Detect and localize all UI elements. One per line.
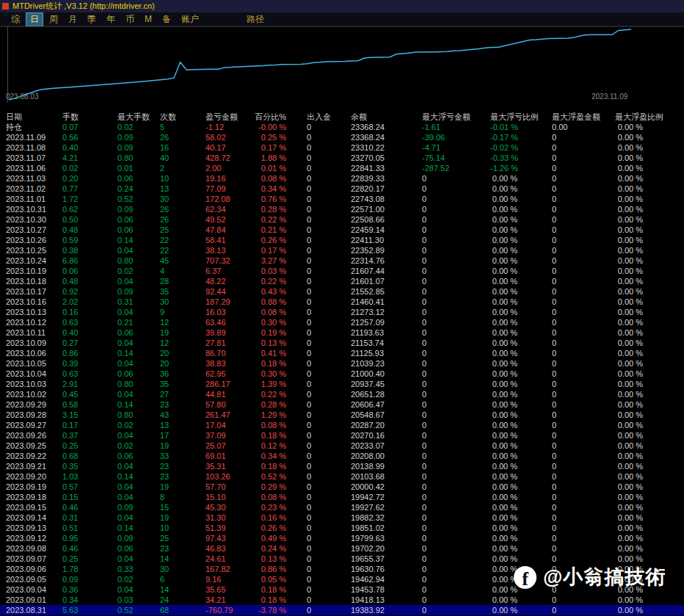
- menu-item-path[interactable]: 路径: [242, 12, 269, 26]
- cell: 0: [422, 348, 490, 358]
- menu-item-M[interactable]: M: [140, 13, 156, 25]
- cell: 27.81: [205, 338, 253, 348]
- table-row[interactable]: 2023.11.030.200.061019.160.08 %022839.33…: [0, 173, 684, 184]
- table-row[interactable]: 2023.11.020.770.241377.090.34 %022820.17…: [0, 184, 684, 194]
- table-row[interactable]: 2023.08.315.630.5268-760.79-3.78 %019383…: [0, 605, 684, 615]
- cell: 62.95: [205, 369, 253, 379]
- table-row[interactable]: 2023.09.260.370.041737.090.18 %020270.16…: [0, 430, 684, 441]
- table-row[interactable]: 2023.09.283.150.8043261.471.29 %020548.6…: [0, 410, 684, 420]
- cell: 0: [286, 184, 351, 194]
- menu-item-日[interactable]: 日: [26, 12, 43, 26]
- cell: -4.71: [422, 142, 490, 153]
- cell: 0.02: [62, 163, 117, 173]
- cell: 21153.74: [351, 338, 422, 348]
- cell: -39.06: [422, 132, 490, 142]
- cell: 0.18 %: [253, 430, 286, 441]
- table-row[interactable]: 2023.10.250.380.042238.130.17 %022352.89…: [0, 245, 684, 256]
- table-row[interactable]: 2023.09.150.460.091545.300.23 %019927.62…: [0, 502, 684, 512]
- cell: 0.35: [62, 461, 117, 471]
- table-row[interactable]: 2023.10.110.400.061939.890.19 %021193.63…: [0, 327, 684, 338]
- table-row[interactable]: 2023.09.290.580.142357.800.28 %020606.47…: [0, 399, 684, 410]
- table-row[interactable]: 2023.09.130.510.141051.390.26 %019851.02…: [0, 523, 684, 533]
- cell: 0.00 %: [490, 420, 547, 430]
- table-row[interactable]: 2023.09.080.460.062346.830.24 %019702.20…: [0, 543, 684, 554]
- menu-item-周[interactable]: 周: [45, 12, 62, 26]
- table-row[interactable]: 2023.11.011.720.5230172.080.76 %022743.0…: [0, 194, 684, 204]
- table-row[interactable]: 持仓0.070.025-1.12-0.00 %023368.24-1.61-0.…: [0, 122, 684, 132]
- menu-item-账户[interactable]: 账户: [177, 12, 203, 26]
- table-row[interactable]: 2023.11.080.400.091640.170.17 %023310.22…: [0, 142, 684, 153]
- table-row[interactable]: 2023.09.220.680.063369.010.34 %020208.00…: [0, 451, 684, 461]
- cell: 0.00 %: [490, 441, 547, 451]
- table-row[interactable]: 2023.09.210.350.042335.310.18 %020138.99…: [0, 461, 684, 471]
- table-row[interactable]: 2023.09.180.150.04815.100.08 %019942.720…: [0, 492, 684, 502]
- cell: 428.72: [205, 153, 253, 163]
- table-row[interactable]: 2023.10.270.480.062547.840.21 %022459.14…: [0, 225, 684, 235]
- cell: 0: [547, 266, 614, 276]
- equity-line: [9, 29, 631, 100]
- table-row[interactable]: 2023.10.060.860.142086.700.41 %021125.93…: [0, 348, 684, 358]
- cell: 0.00 %: [490, 389, 547, 399]
- table-row[interactable]: 2023.10.162.020.3130187.290.88 %021460.4…: [0, 297, 684, 307]
- table-row[interactable]: 2023.09.250.250.021925.070.12 %020233.07…: [0, 441, 684, 451]
- table-row[interactable]: 2023.09.120.950.092597.430.49 %019799.63…: [0, 533, 684, 543]
- table-row[interactable]: 2023.09.270.170.021317.040.08 %020287.20…: [0, 420, 684, 430]
- cell: 0.14: [117, 399, 160, 410]
- table-row[interactable]: 2023.10.246.860.8045707.323.27 %022314.7…: [0, 256, 684, 266]
- table-row[interactable]: 2023.09.140.310.041931.300.16 %019882.32…: [0, 512, 684, 523]
- table-row[interactable]: 2023.10.310.620.092662.340.28 %022571.00…: [0, 204, 684, 214]
- cell: 2023.10.13: [6, 307, 62, 317]
- table-row[interactable]: 2023.10.050.390.042038.830.18 %021039.23…: [0, 358, 684, 369]
- menu-item-币[interactable]: 币: [121, 12, 139, 26]
- cell: 0.80: [117, 379, 160, 389]
- table-row[interactable]: 2023.09.190.570.041957.700.29 %020000.42…: [0, 482, 684, 492]
- table-row[interactable]: 2023.10.090.270.041227.810.13 %021153.74…: [0, 338, 684, 348]
- cell: 20937.45: [351, 379, 422, 389]
- cell: 0.59: [62, 235, 117, 245]
- cell: 0.00 %: [614, 184, 684, 194]
- cell: 0.05 %: [253, 574, 286, 584]
- table-row[interactable]: 2023.10.130.160.04916.030.08 %021273.120…: [0, 307, 684, 317]
- table-row[interactable]: 2023.09.201.030.1423103.260.52 %020103.6…: [0, 471, 684, 482]
- cell: 103.26: [205, 471, 253, 482]
- cell: 17.04: [205, 420, 253, 430]
- menu-item-备[interactable]: 备: [158, 12, 175, 26]
- cell: 22508.66: [351, 214, 422, 225]
- cell: 0.26 %: [253, 523, 286, 533]
- cell: 0.00 %: [490, 543, 547, 554]
- cell: 0: [422, 297, 490, 307]
- cell: 0.00 %: [490, 461, 547, 471]
- table-row[interactable]: 2023.10.300.500.062649.520.22 %022508.66…: [0, 214, 684, 225]
- table-row[interactable]: 2023.09.070.250.041424.610.13 %019655.37…: [0, 554, 684, 564]
- menu-item-综[interactable]: 综: [7, 12, 24, 26]
- table-row[interactable]: 2023.11.074.210.8040428.721.88 %023270.0…: [0, 153, 684, 163]
- menu-item-季[interactable]: 季: [83, 12, 101, 26]
- table-row[interactable]: 2023.10.260.590.142258.410.26 %022411.30…: [0, 235, 684, 245]
- table-row[interactable]: 2023.11.060.020.0122.000.01 %022841.33-2…: [0, 163, 684, 173]
- cell: 2023.09.14: [6, 512, 62, 523]
- cell: 4.21: [62, 153, 117, 163]
- cell: -3.78 %: [253, 605, 286, 615]
- cell: 19942.72: [351, 492, 422, 502]
- table-row[interactable]: 2023.10.120.630.211263.460.30 %021257.09…: [0, 317, 684, 327]
- cell: 0.24 %: [253, 543, 286, 554]
- table-row[interactable]: 2023.10.032.910.8035286.171.39 %020937.4…: [0, 379, 684, 389]
- cell: 0.23 %: [253, 502, 286, 512]
- cell: 0.00 %: [614, 369, 684, 379]
- menu-item-月[interactable]: 月: [64, 12, 81, 26]
- table-row[interactable]: 2023.10.170.920.093592.440.43 %021552.85…: [0, 286, 684, 297]
- cell: 0.27: [62, 338, 117, 348]
- table-row[interactable]: 2023.11.090.560.092658.020.25 %023368.24…: [0, 132, 684, 142]
- table-row[interactable]: 2023.10.180.480.042848.220.22 %021601.07…: [0, 276, 684, 286]
- table-row[interactable]: 2023.10.020.450.042744.810.22 %020651.28…: [0, 389, 684, 399]
- menu-item-年[interactable]: 年: [102, 12, 120, 26]
- cell: 0.45: [62, 389, 117, 399]
- table-row[interactable]: 2023.10.040.630.063662.950.30 %021000.40…: [0, 369, 684, 379]
- cell: 13: [160, 184, 205, 194]
- table-row[interactable]: 2023.10.190.060.0246.370.03 %021607.4400…: [0, 266, 684, 276]
- cell: 1.72: [62, 194, 117, 204]
- cell: 19702.20: [351, 543, 422, 554]
- cell: 16: [160, 142, 205, 153]
- equity-chart: [0, 26, 684, 104]
- table-row[interactable]: 2023.09.010.340.032434.210.18 %019418.13…: [0, 595, 684, 605]
